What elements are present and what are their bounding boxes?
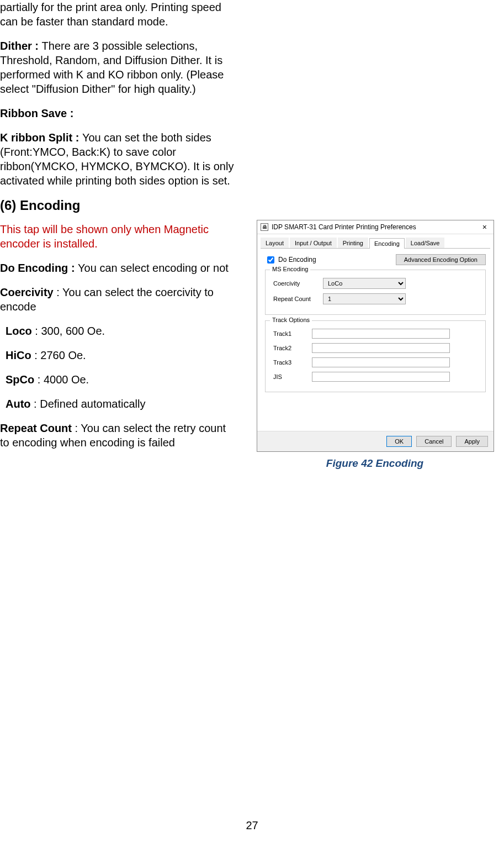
track1-input[interactable] xyxy=(312,329,450,339)
auto-text: : Defined automatically xyxy=(31,398,146,410)
dialog-footer: OK Cancel Apply xyxy=(257,431,494,451)
spco-text: : 4000 Oe. xyxy=(34,373,89,386)
jis-label: JIS xyxy=(273,373,312,380)
do-encoding-checkbox-label: Do Encoding xyxy=(278,256,316,264)
spco-label: SpCo xyxy=(6,373,34,386)
dither-label: Dither : xyxy=(0,40,42,52)
ms-encoding-legend: MS Encoding xyxy=(270,266,310,272)
advanced-encoding-button[interactable]: Advanced Encoding Option xyxy=(396,254,486,265)
close-icon[interactable]: × xyxy=(479,223,490,231)
tab-encoding[interactable]: Encoding xyxy=(369,238,405,249)
paragraph-dither: Dither : There are 3 possible selections… xyxy=(0,39,235,96)
tab-load-save[interactable]: Load/Save xyxy=(406,238,445,248)
loco-label: Loco xyxy=(6,325,32,337)
tab-layout[interactable]: Layout xyxy=(261,238,289,248)
kribbon-label: K ribbon Split : xyxy=(0,131,82,144)
auto-label: Auto xyxy=(6,398,31,410)
track-options-group: Track Options Track1 Track2 Track3 xyxy=(265,320,486,392)
track3-input[interactable] xyxy=(312,357,450,367)
coercivity-select[interactable]: LoCo xyxy=(323,278,406,289)
track2-label: Track2 xyxy=(273,345,312,351)
tabs-row: Layout Input / Output Printing Encoding … xyxy=(261,238,490,249)
ms-encoding-group: MS Encoding Coercivity LoCo Repeat Count… xyxy=(265,270,486,315)
cancel-button[interactable]: Cancel xyxy=(416,436,452,447)
track-options-legend: Track Options xyxy=(270,317,312,323)
hico-line: HiCo : 2760 Oe. xyxy=(0,348,235,362)
paragraph-kribbon: K ribbon Split : You can set the both si… xyxy=(0,130,235,188)
dialog-body: Do Encoding Advanced Encoding Option MS … xyxy=(257,249,494,431)
paragraph-repeat-count: Repeat Count : You can select the retry … xyxy=(0,421,235,450)
paragraph-partial: partially for the print area only. Print… xyxy=(0,0,235,29)
do-encoding-label: Do Encoding : xyxy=(0,262,78,274)
tab-input-output[interactable]: Input / Output xyxy=(290,238,337,248)
coercivity-field-label: Coercivity xyxy=(273,280,323,287)
hico-label: HiCo xyxy=(6,349,31,361)
track1-label: Track1 xyxy=(273,330,312,337)
printer-icon: 🖶 xyxy=(261,223,268,231)
encoding-heading: (6) Encoding xyxy=(0,198,235,213)
paragraph-do-encoding: Do Encoding : You can select encoding or… xyxy=(0,261,235,275)
spco-line: SpCo : 4000 Oe. xyxy=(0,372,235,387)
figure-caption: Figure 42 Encoding xyxy=(246,457,504,470)
coercivity-label: Coercivity xyxy=(0,286,54,298)
ok-button[interactable]: OK xyxy=(386,436,412,447)
do-encoding-checkbox[interactable] xyxy=(267,256,274,264)
repeat-count-label: Repeat Count xyxy=(0,422,72,434)
printing-preferences-dialog: 🖶 IDP SMART-31 Card Printer Printing Pre… xyxy=(257,220,494,452)
auto-line: Auto : Defined automatically xyxy=(0,397,235,411)
hico-text: : 2760 Oe. xyxy=(31,349,86,361)
page-number: 27 xyxy=(0,819,504,832)
do-encoding-text: You can select encoding or not xyxy=(78,262,229,274)
loco-text: : 300, 600 Oe. xyxy=(32,325,105,337)
repeat-count-field-label: Repeat Count xyxy=(273,296,323,302)
ribbon-save-label: Ribbon Save : xyxy=(0,106,235,120)
track3-label: Track3 xyxy=(273,359,312,366)
dialog-titlebar: 🖶 IDP SMART-31 Card Printer Printing Pre… xyxy=(257,220,494,234)
apply-button[interactable]: Apply xyxy=(456,436,488,447)
encoding-note: This tap will be shown only when Magneti… xyxy=(0,222,235,251)
tab-printing[interactable]: Printing xyxy=(338,238,368,248)
dialog-title: IDP SMART-31 Card Printer Printing Prefe… xyxy=(272,223,479,231)
paragraph-coercivity: Coercivity : You can select the coercivi… xyxy=(0,285,235,314)
track2-input[interactable] xyxy=(312,343,450,353)
loco-line: Loco : 300, 600 Oe. xyxy=(0,324,235,338)
jis-input[interactable] xyxy=(312,372,450,382)
figure-column: 🖶 IDP SMART-31 Card Printer Printing Pre… xyxy=(246,0,504,470)
repeat-count-select[interactable]: 1 xyxy=(323,293,406,304)
main-text-column: partially for the print area only. Print… xyxy=(0,0,246,460)
